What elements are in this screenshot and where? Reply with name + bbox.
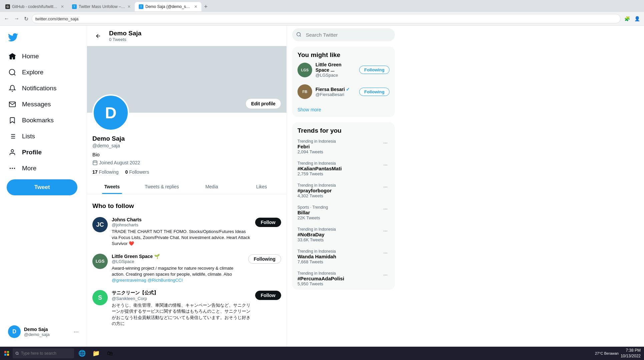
- profile-avatar-area: D Edit profile: [87, 94, 286, 131]
- svg-point-7: [11, 150, 13, 152]
- trend-percuma-more[interactable]: ···: [381, 271, 390, 278]
- tab-3-close[interactable]: ✕: [194, 4, 197, 9]
- sidebar-item-profile[interactable]: Profile: [4, 145, 83, 160]
- johns-follow-button[interactable]: Follow: [255, 218, 281, 227]
- user-avatar-bottom: D: [8, 325, 21, 338]
- trend-item-kalian[interactable]: Trending in Indonesia #KalianPantasMati …: [292, 158, 395, 180]
- trend-item-percuma[interactable]: Trending in Indonesia #PercumaAdaPolisi …: [292, 268, 395, 290]
- taskbar-icon-store[interactable]: 🛍: [103, 347, 117, 359]
- profile-button[interactable]: 👤: [633, 14, 641, 23]
- trend-febri-row: Trending in Indonesia Febri 2,094 Tweets…: [297, 139, 390, 154]
- trend-item-wanda[interactable]: Trending in Indonesia Wanda Hamidah 7,66…: [292, 246, 395, 268]
- lgs-avatar: LGS: [92, 254, 108, 269]
- taskbar-icon-explorer[interactable]: 📁: [89, 347, 103, 359]
- taskbar-icon-chrome[interactable]: 🌐: [75, 347, 89, 359]
- search-input[interactable]: [292, 28, 395, 41]
- trend-item-pray[interactable]: Trending in Indonesia #prayforbogor 4,30…: [292, 180, 395, 202]
- svg-rect-18: [4, 354, 6, 356]
- lgs-following-button[interactable]: Following: [248, 254, 281, 264]
- tab-1-close[interactable]: ✕: [61, 4, 64, 9]
- sidebar-item-notifications[interactable]: Notifications: [4, 81, 83, 96]
- user-display-name: Demo Saja: [24, 327, 70, 332]
- taskbar: 🌐 📁 🛍 27°C Berawan 7:38 PM 10/13/2022: [0, 347, 644, 360]
- trend-billar-context: Sports · Trending: [297, 205, 328, 210]
- taskbar-search-input[interactable]: [21, 351, 71, 356]
- trend-febri-count: 2,094 Tweets: [297, 149, 336, 154]
- johns-avatar: JC: [92, 217, 108, 232]
- might-like-lgs-avatar: LGS: [297, 63, 312, 77]
- profile-header-nav: Demo Saja 0 Tweets: [87, 26, 286, 46]
- profile-icon: [8, 148, 17, 157]
- edit-profile-button[interactable]: Edit profile: [245, 98, 281, 109]
- user-info-bottom[interactable]: D Demo Saja @demo_saja ···: [4, 322, 83, 341]
- might-like-item-fiersa[interactable]: FB Fiersa Besari ✓ @FiersaBesari Followi…: [292, 81, 395, 102]
- sidebar-item-home[interactable]: Home: [4, 49, 83, 64]
- extensions-button[interactable]: 🧩: [623, 14, 631, 23]
- sidebar-item-bookmarks[interactable]: Bookmarks: [4, 113, 83, 128]
- taskbar-right: 27°C Berawan 7:38 PM 10/13/2022: [595, 348, 643, 359]
- followers-stat[interactable]: 0 Followers: [125, 169, 149, 175]
- trend-wanda-row: Trending in Indonesia Wanda Hamidah 7,66…: [297, 249, 390, 264]
- new-tab-button[interactable]: +: [203, 3, 209, 10]
- tab-2[interactable]: T Twitter Mass Unfollow – Chrome... ✕: [68, 2, 135, 11]
- explore-icon: [8, 68, 17, 77]
- might-like-lgs-following-button[interactable]: Following: [359, 66, 390, 74]
- tweet-button[interactable]: Tweet: [7, 179, 77, 195]
- tab-3-label: Demo Saja (@demo_saja) / Twitt...: [145, 4, 192, 9]
- sidebar-item-lists[interactable]: Lists: [4, 129, 83, 144]
- trend-kalian-context: Trending in Indonesia: [297, 161, 342, 166]
- profile-handle: @demo_saja: [92, 143, 281, 148]
- sanikleen-follow-button[interactable]: Follow: [255, 291, 281, 300]
- profile-stats: 17 Following 0 Followers: [92, 169, 281, 175]
- tab-tweets[interactable]: Tweets: [87, 179, 137, 194]
- tab-3[interactable]: T Demo Saja (@demo_saja) / Twitt... ✕: [135, 2, 201, 11]
- url-text: twitter.com/demo_saja: [35, 16, 78, 21]
- trend-billar-more[interactable]: ···: [381, 205, 390, 212]
- twitter-logo[interactable]: [4, 28, 83, 47]
- url-bar[interactable]: twitter.com/demo_saja: [32, 14, 621, 23]
- sidebar-item-explore[interactable]: Explore: [4, 65, 83, 80]
- trends-section: Trends for you Trending in Indonesia Feb…: [292, 122, 395, 290]
- tab-likes[interactable]: Likes: [237, 179, 287, 194]
- trend-febri-more[interactable]: ···: [381, 139, 390, 146]
- tab-1[interactable]: G GitHub - codeshifu/twitter-mass... ✕: [1, 2, 68, 11]
- tab-1-label: GitHub - codeshifu/twitter-mass...: [12, 4, 59, 9]
- trend-nobra-more[interactable]: ···: [381, 227, 390, 234]
- trend-pray-more[interactable]: ···: [381, 183, 390, 190]
- might-like-fiersa-following-button[interactable]: Following: [359, 88, 390, 96]
- show-more-button[interactable]: Show more: [292, 102, 395, 117]
- trend-pray-name: #prayforbogor: [297, 188, 336, 193]
- profile-header-tweets: 0 Tweets: [109, 37, 141, 42]
- svg-rect-11: [93, 161, 97, 165]
- profile-joined: Joined August 2022: [92, 160, 281, 165]
- lgs-bio: Award-winning project / magazine for nat…: [112, 265, 244, 284]
- might-like-fiersa-name: Fiersa Besari ✓: [315, 87, 356, 92]
- sidebar-item-more[interactable]: More: [4, 161, 83, 176]
- forward-browser-button[interactable]: →: [13, 14, 21, 23]
- trend-wanda-more[interactable]: ···: [381, 249, 390, 256]
- taskbar-search[interactable]: [13, 348, 74, 358]
- might-like-lgs-name: Little Green Space ...: [315, 62, 356, 73]
- user-dots-button[interactable]: ···: [74, 328, 79, 335]
- back-browser-button[interactable]: ←: [3, 14, 11, 23]
- trend-pray-context: Trending in Indonesia: [297, 183, 336, 188]
- trend-kalian-more[interactable]: ···: [381, 161, 390, 168]
- sidebar-item-messages[interactable]: Messages: [4, 97, 83, 112]
- might-like-item-lgs[interactable]: LGS Little Green Space ... @LGSpace Foll…: [292, 59, 395, 81]
- sanikleen-info: サニクリーン【公式】 @Sanikleen_Corp おそうじ、衛生管理、車関連…: [112, 290, 251, 327]
- trend-item-febri[interactable]: Trending in Indonesia Febri 2,094 Tweets…: [292, 136, 395, 158]
- start-button[interactable]: [1, 348, 12, 359]
- back-button[interactable]: [92, 30, 104, 42]
- trend-item-nobra[interactable]: Trending in Indonesia #NoBraDay 33.6K Tw…: [292, 224, 395, 246]
- reload-button[interactable]: ↻: [23, 14, 30, 23]
- follow-item-johns: JC Johns Charts @johnscharts TRADE THE C…: [87, 214, 286, 250]
- tab-media[interactable]: Media: [187, 179, 237, 194]
- home-icon: [8, 52, 17, 61]
- trend-item-billar[interactable]: Sports · Trending Billar 22K Tweets ···: [292, 202, 395, 224]
- tab-tweets-replies[interactable]: Tweets & replies: [137, 179, 187, 194]
- following-stat[interactable]: 17 Following: [92, 169, 119, 175]
- tab-2-close[interactable]: ✕: [127, 4, 131, 9]
- trend-wanda-name: Wanda Hamidah: [297, 254, 336, 259]
- might-like-fiersa-info: Fiersa Besari ✓ @FiersaBesari: [315, 87, 356, 97]
- sidebar-item-bookmarks-label: Bookmarks: [22, 117, 54, 124]
